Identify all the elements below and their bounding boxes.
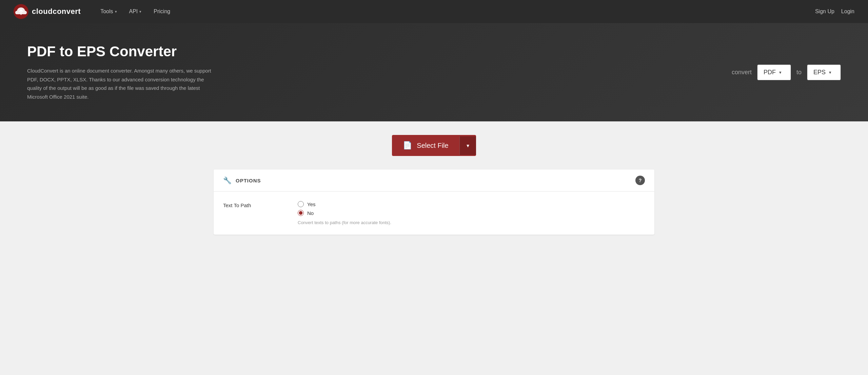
- options-body: Text To Path Yes No Convert texts to pat…: [214, 192, 654, 235]
- select-file-dropdown[interactable]: ▾: [459, 136, 476, 155]
- to-label: to: [796, 69, 802, 76]
- convert-label: convert: [732, 69, 752, 76]
- options-header: 🔧 OPTIONS ?: [214, 170, 654, 192]
- from-format-value: PDF: [764, 69, 776, 76]
- options-header-left: 🔧 OPTIONS: [223, 176, 261, 184]
- text-to-path-no-option[interactable]: No: [298, 210, 391, 216]
- text-to-path-row: Text To Path Yes No Convert texts to pat…: [223, 201, 645, 225]
- hero-left: PDF to EPS Converter CloudConvert is an …: [27, 43, 217, 101]
- options-panel: 🔧 OPTIONS ? Text To Path Yes No: [214, 170, 654, 235]
- wrench-icon: 🔧: [223, 176, 232, 184]
- nav-links: Tools ▾ API ▾ Pricing: [94, 6, 815, 17]
- nav-link-api[interactable]: API ▾: [123, 6, 148, 17]
- page-title: PDF to EPS Converter: [27, 43, 217, 60]
- options-title: OPTIONS: [236, 178, 261, 183]
- to-format-select[interactable]: EPS ▾: [807, 64, 841, 80]
- help-icon[interactable]: ?: [635, 176, 645, 185]
- nav-auth: Sign Up Login: [815, 8, 854, 15]
- select-file-chevron-icon: ▾: [467, 142, 469, 149]
- main-content: 📄 Select File ▾ 🔧 OPTIONS ? Text To Path: [0, 121, 868, 248]
- text-to-path-label: Text To Path: [223, 201, 284, 208]
- text-to-path-yes-label: Yes: [307, 201, 315, 207]
- nav-logo[interactable]: cloudconvert: [14, 4, 81, 19]
- to-format-chevron-icon: ▾: [829, 70, 831, 75]
- text-to-path-hint: Convert texts to paths (for more accurat…: [298, 220, 391, 225]
- login-link[interactable]: Login: [841, 8, 854, 15]
- from-format-select[interactable]: PDF ▾: [757, 64, 791, 80]
- text-to-path-controls: Yes No Convert texts to paths (for more …: [298, 201, 391, 225]
- nav-link-tools[interactable]: Tools ▾: [94, 6, 123, 17]
- logo-text: cloudconvert: [32, 7, 81, 16]
- hero-description: CloudConvert is an online document conve…: [27, 66, 217, 101]
- hero-section: PDF to EPS Converter CloudConvert is an …: [0, 23, 868, 121]
- select-file-main: 📄 Select File: [392, 135, 459, 156]
- logo-icon: [14, 4, 28, 19]
- select-file-button[interactable]: 📄 Select File ▾: [392, 135, 476, 156]
- hero-right: convert PDF ▾ to EPS ▾: [732, 64, 841, 80]
- to-format-value: EPS: [813, 69, 826, 76]
- signup-link[interactable]: Sign Up: [815, 8, 834, 15]
- select-file-label: Select File: [417, 142, 448, 150]
- nav-link-pricing[interactable]: Pricing: [147, 6, 176, 17]
- tools-chevron-icon: ▾: [115, 9, 117, 14]
- text-to-path-no-label: No: [307, 210, 314, 216]
- text-to-path-yes-radio[interactable]: [298, 201, 304, 207]
- from-format-chevron-icon: ▾: [779, 70, 782, 75]
- file-icon: 📄: [403, 141, 412, 150]
- text-to-path-no-radio[interactable]: [298, 210, 304, 216]
- text-to-path-yes-option[interactable]: Yes: [298, 201, 391, 207]
- navbar: cloudconvert Tools ▾ API ▾ Pricing Sign …: [0, 0, 868, 23]
- api-chevron-icon: ▾: [139, 9, 141, 14]
